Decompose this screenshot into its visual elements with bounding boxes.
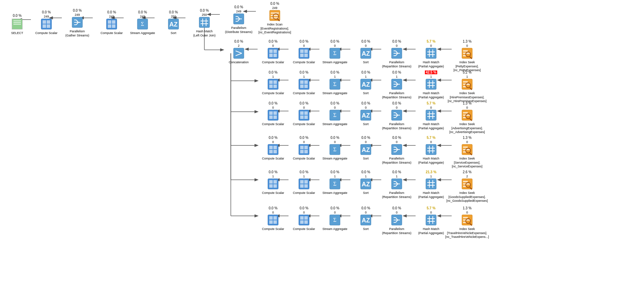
node-compute9[interactable]: 0.0 %0Compute Scalar — [259, 136, 287, 161]
node-sort2[interactable]: 0.0 %0AZSort — [352, 40, 380, 65]
node-compute12[interactable]: 0.0 %1Compute Scalar — [290, 170, 318, 195]
node-parallelism6[interactable]: 0.0 %0Parallelism(Repartition Streams) — [383, 136, 410, 165]
icon-indexscan-indexscan1 — [269, 10, 281, 22]
label-indexseek3: Index Seek[AdvertisingExpenses].[nc_Adve… — [449, 122, 485, 134]
node-compute4[interactable]: 0.0 %0Compute Scalar — [290, 40, 318, 65]
pct-streamagg5: 0.0 % — [330, 136, 339, 140]
icon-compute-compute12 — [298, 178, 310, 190]
pct-compute9: 0.0 % — [269, 136, 278, 140]
node-compute14[interactable]: 0.0 %0Compute Scalar — [290, 206, 318, 231]
pct-compute11: 0.0 % — [269, 170, 278, 174]
svg-rect-103 — [273, 50, 277, 53]
node-indexseek6[interactable]: 1.3 %0Index Seek[TravelHireVehicleExpens… — [453, 206, 481, 239]
svg-rect-127 — [463, 50, 468, 52]
node-sort1[interactable]: 0.0 %250AZSort — [160, 10, 187, 35]
label-indexseek6: Index Seek[TravelHireVehicleExpenses].[n… — [445, 227, 489, 239]
label-compute3: Compute Scalar — [262, 60, 284, 65]
node-compute2[interactable]: 0.0 %249Compute Scalar — [98, 10, 125, 35]
node-compute1[interactable]: 0.0 %249Compute Scalar — [33, 10, 60, 35]
count-concat1: 2 — [238, 44, 239, 47]
node-sort7[interactable]: 0.0 %0AZSort — [352, 206, 380, 231]
icon-parallelism-parallelism6 — [391, 144, 403, 156]
node-compute11[interactable]: 0.0 %1Compute Scalar — [259, 170, 287, 195]
node-sort5[interactable]: 0.0 %0AZSort — [352, 136, 380, 161]
node-indexseek4[interactable]: 1.3 %0Index Seek[ServiceExpenses].[nc_Se… — [453, 136, 481, 169]
node-indexseek5[interactable]: 2.6 %2Index Seek[GoodsSuppliedExpenses].… — [453, 170, 481, 203]
pct-compute4: 0.0 % — [300, 40, 308, 43]
node-concat1[interactable]: 0.0 %2Concatenation — [225, 40, 252, 65]
svg-rect-229 — [273, 184, 277, 188]
node-compute6[interactable]: 0.0 %1Compute Scalar — [290, 70, 318, 96]
label-parallelism7: Parallelism(Repartition Streams) — [382, 191, 411, 199]
svg-text:Σ: Σ — [333, 50, 336, 56]
icon-compute-compute4 — [298, 47, 310, 60]
pct-parallelism6: 0.0 % — [392, 136, 401, 140]
pct-sort1: 0.0 % — [169, 10, 178, 14]
svg-rect-109 — [300, 54, 304, 57]
node-streamagg3[interactable]: 0.0 %1ΣStream Aggregate — [321, 70, 349, 96]
label-streamagg5: Stream Aggregate — [323, 157, 348, 161]
node-parallelism1[interactable]: 0.0 %249Parallelism(Gather Streams) — [64, 9, 91, 37]
svg-rect-64 — [43, 24, 46, 28]
node-streamagg4[interactable]: 0.0 %0ΣStream Aggregate — [321, 101, 349, 126]
count-compute5: 1 — [272, 75, 274, 78]
node-parallelism4[interactable]: 0.0 %1Parallelism(Repartition Streams) — [383, 70, 410, 99]
node-parallelism3[interactable]: 0.0 %0Parallelism(Repartition Streams) — [383, 40, 410, 68]
node-indexseek2[interactable]: 5.2 %1Index Seek[HirePremisesExpenses].[… — [453, 70, 481, 103]
count-hashmatch5: 0 — [430, 140, 432, 144]
node-hashmatch2[interactable]: 5.7 %0Hash Match(Partial Aggregate) — [417, 40, 445, 68]
node-compute3[interactable]: 0.0 %0Compute Scalar — [259, 40, 287, 65]
svg-text:Σ: Σ — [333, 181, 336, 187]
node-compute7[interactable]: 0.0 %0Compute Scalar — [259, 101, 287, 126]
node-hashmatch6[interactable]: 21.3 %1Hash Match(Partial Aggregate) — [417, 170, 445, 199]
label-parallelism4: Parallelism(Repartition Streams) — [382, 91, 411, 99]
node-hashmatch1[interactable]: 0.0 %250Hash Match(Left Outer Join) — [191, 9, 218, 37]
node-parallelism5[interactable]: 0.0 %0Parallelism(Repartition Streams) — [383, 101, 410, 130]
svg-rect-65 — [47, 24, 50, 28]
label-parallelism6: Parallelism(Repartition Streams) — [382, 157, 411, 165]
svg-rect-140 — [300, 85, 304, 88]
node-compute8[interactable]: 0.0 %0Compute Scalar — [290, 101, 318, 126]
node-indexscan1[interactable]: 0.0 %249Index Scan[EventRegistrations].[… — [261, 2, 289, 35]
node-indexseek3[interactable]: 1.3 %0Index Seek[AdvertisingExpenses].[n… — [453, 101, 481, 134]
icon-hashmatch-hashmatch6 — [425, 178, 437, 190]
node-hashmatch4[interactable]: 5.7 %0Hash Match(Partial Aggregate) — [417, 101, 445, 130]
svg-text:AZ: AZ — [362, 146, 370, 153]
pct-compute12: 0.0 % — [300, 170, 308, 174]
icon-indexseek-indexseek4 — [461, 144, 473, 156]
node-parallelism7[interactable]: 0.0 %1Parallelism(Repartition Streams) — [383, 170, 410, 199]
node-compute13[interactable]: 0.0 %0Compute Scalar — [259, 206, 287, 231]
node-compute5[interactable]: 0.0 %1Compute Scalar — [259, 70, 287, 96]
count-streamagg6: 1 — [334, 175, 336, 178]
node-sort4[interactable]: 0.0 %0AZSort — [352, 101, 380, 126]
svg-rect-233 — [300, 184, 304, 188]
label-compute9: Compute Scalar — [262, 157, 284, 161]
node-parallelism8[interactable]: 0.0 %0Parallelism(Repartition Streams) — [383, 206, 410, 235]
node-streamagg7[interactable]: 0.0 %0ΣStream Aggregate — [321, 206, 349, 231]
icon-hashmatch-hashmatch1 — [198, 16, 211, 29]
label-sort5: Sort — [363, 157, 369, 161]
node-streamagg5[interactable]: 0.0 %0ΣStream Aggregate — [321, 136, 349, 161]
label-parallelism1: Parallelism(Gather Streams) — [65, 30, 89, 37]
node-streamagg2[interactable]: 0.0 %0ΣStream Aggregate — [321, 40, 349, 65]
count-indexseek6: 0 — [466, 211, 468, 214]
node-sort3[interactable]: 0.0 %1AZSort — [352, 70, 380, 96]
node-sort6[interactable]: 0.0 %1AZSort — [352, 170, 380, 195]
icon-sort-sort4: AZ — [360, 109, 372, 122]
label-streamagg7: Stream Aggregate — [323, 227, 348, 231]
label-hashmatch4: Hash Match(Partial Aggregate) — [418, 122, 444, 130]
count-compute13: 0 — [272, 211, 274, 214]
node-streamagg1[interactable]: 0.0 %249ΣStream Aggregate — [129, 10, 156, 35]
svg-rect-94 — [271, 15, 279, 16]
count-sort4: 0 — [365, 106, 366, 109]
icon-hashmatch-hashmatch7 — [425, 214, 437, 227]
node-select[interactable]: 0.0 %SELECT — [3, 14, 31, 35]
node-streamagg6[interactable]: 0.0 %1ΣStream Aggregate — [321, 170, 349, 195]
node-hashmatch5[interactable]: 5.7 %0Hash Match(Partial Aggregate) — [417, 136, 445, 165]
node-indexseek1[interactable]: 1.3 %0Index Seek[PettyExpenses].[nc_Pett… — [453, 40, 481, 73]
svg-rect-136 — [273, 85, 277, 88]
node-compute10[interactable]: 0.0 %0Compute Scalar — [290, 136, 318, 161]
node-hashmatch7[interactable]: 5.7 %0Hash Match(Partial Aggregate) — [417, 206, 445, 235]
node-parallelism2[interactable]: 0.0 %249Parallelism(Distribute Streams) — [225, 5, 252, 34]
node-hashmatch3[interactable]: 42.5 %1Hash Match(Partial Aggregate) — [417, 70, 445, 99]
